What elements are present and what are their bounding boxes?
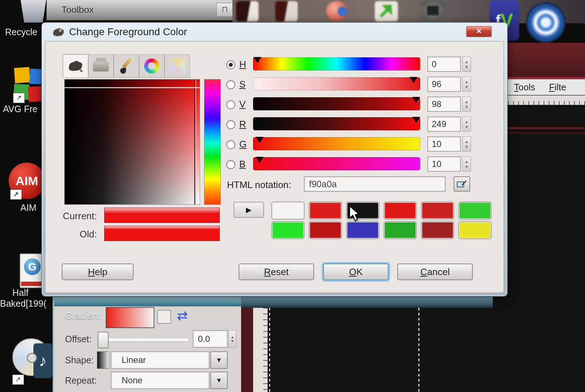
slider-marker[interactable]: [412, 117, 420, 123]
spin-down-icon[interactable]: ▼: [231, 339, 234, 343]
gradient-edit-button[interactable]: [157, 310, 171, 324]
reset-button[interactable]: Reset: [239, 264, 314, 280]
tab-watercolor[interactable]: [114, 54, 139, 78]
half-baked-label-line1: Half: [12, 287, 28, 298]
tab-gimp-selector[interactable]: [63, 54, 88, 78]
green-spinner[interactable]: ▲▼: [462, 136, 471, 152]
html-notation-input[interactable]: f90a0a: [304, 176, 446, 192]
gradient-label: Gradient: [65, 311, 100, 321]
old-color-label: Old:: [57, 229, 97, 240]
saturation-spinner[interactable]: ▲▼: [462, 77, 471, 92]
dialog-titlebar[interactable]: Change Foreground Color ✕: [42, 23, 507, 41]
green-radio[interactable]: [226, 140, 235, 149]
aim-icon[interactable]: AIM ↗: [9, 163, 45, 199]
spin-down-icon[interactable]: ▼: [465, 85, 468, 89]
saturation-value-field[interactable]: 96: [427, 77, 461, 92]
blue-spinner[interactable]: ▲▼: [462, 156, 471, 172]
menu-tools[interactable]: Tools: [514, 82, 535, 93]
offset-slider-handle[interactable]: [98, 332, 109, 348]
spin-up-icon[interactable]: ▲: [231, 335, 234, 339]
red-radio[interactable]: [226, 120, 235, 129]
color-picker-button[interactable]: [454, 176, 470, 192]
avg-free-icon[interactable]: ↗: [14, 68, 45, 102]
hue-value-field[interactable]: 0: [427, 57, 461, 72]
history-swatch[interactable]: [421, 202, 454, 219]
blue-slider[interactable]: [253, 157, 420, 170]
hue-spinner[interactable]: ▲▼: [462, 57, 471, 72]
history-swatch[interactable]: [272, 221, 304, 239]
hue-strip[interactable]: [204, 79, 221, 205]
history-swatch[interactable]: [421, 221, 454, 239]
spin-down-icon[interactable]: ▼: [465, 125, 468, 129]
slider-marker[interactable]: [256, 157, 264, 163]
spin-up-icon[interactable]: ▲: [465, 80, 468, 84]
history-swatch[interactable]: [459, 202, 491, 219]
green-slider-row: G 10 ▲▼: [226, 136, 484, 152]
dock-app-icon[interactable]: [275, 1, 298, 21]
recycle-bin-icon[interactable]: [19, 0, 48, 23]
toolbox-titlebar-button[interactable]: ⊓: [216, 3, 233, 17]
offset-spinner[interactable]: ▲▼: [228, 330, 236, 348]
slider-marker[interactable]: [256, 137, 264, 143]
spin-down-icon[interactable]: ▼: [465, 105, 468, 109]
eye-app-icon[interactable]: [526, 2, 566, 43]
music-app-icon[interactable]: ♪ ↗: [12, 336, 52, 385]
dock-app-icon[interactable]: [236, 1, 259, 21]
gradient-reverse-icon[interactable]: ⇄: [174, 308, 191, 324]
spin-up-icon[interactable]: ▲: [465, 100, 468, 104]
toolbox-titlebar[interactable]: Toolbox ⊓: [46, 0, 239, 20]
green-value-field[interactable]: 10: [427, 136, 461, 152]
gradient-preview[interactable]: [106, 307, 154, 328]
slider-marker[interactable]: [253, 57, 261, 63]
saturation-slider[interactable]: [253, 77, 420, 90]
shape-dropdown[interactable]: Linear: [111, 351, 210, 369]
spin-up-icon[interactable]: ▲: [465, 160, 468, 164]
shape-dropdown-button[interactable]: ▼: [210, 351, 228, 369]
printer-icon: [93, 61, 109, 72]
value-value-field[interactable]: 98: [427, 97, 461, 112]
saturation-value-square[interactable]: [64, 79, 200, 205]
blue-value-field[interactable]: 10: [427, 156, 461, 172]
history-swatch[interactable]: [309, 221, 342, 239]
repeat-dropdown[interactable]: None: [111, 372, 210, 389]
ok-button[interactable]: OK: [323, 264, 389, 280]
history-swatch[interactable]: [309, 202, 342, 219]
offset-slider-track[interactable]: [97, 338, 189, 342]
help-button[interactable]: Help: [62, 264, 134, 280]
spin-down-icon[interactable]: ▼: [465, 145, 468, 149]
history-swatch[interactable]: [459, 221, 491, 239]
tab-cmyk-printer[interactable]: [88, 54, 114, 78]
red-value-field[interactable]: 249: [427, 117, 461, 132]
slider-marker[interactable]: [412, 97, 420, 103]
offset-value-field[interactable]: 0.0: [193, 330, 228, 348]
history-swatch[interactable]: [346, 221, 379, 239]
blue-radio[interactable]: [226, 160, 235, 169]
green-slider[interactable]: [253, 137, 420, 150]
avg-yellow-square: [14, 67, 31, 83]
cancel-button[interactable]: Cancel: [397, 264, 473, 280]
red-slider[interactable]: [253, 117, 420, 130]
vertical-ruler: [253, 308, 268, 392]
spin-up-icon[interactable]: ▲: [465, 140, 468, 144]
swatch-menu-button[interactable]: ▶: [233, 202, 264, 218]
saturation-radio[interactable]: [226, 80, 235, 89]
value-spinner[interactable]: ▲▼: [462, 97, 471, 112]
history-swatch[interactable]: [384, 202, 417, 219]
hue-slider[interactable]: [253, 57, 420, 70]
hue-radio[interactable]: [226, 60, 235, 69]
tab-palette[interactable]: [164, 54, 190, 78]
value-slider[interactable]: [253, 97, 420, 110]
history-swatch[interactable]: [384, 221, 417, 239]
tab-color-wheel[interactable]: [139, 54, 164, 78]
menu-filters[interactable]: Filte: [549, 82, 566, 93]
slider-marker[interactable]: [410, 77, 418, 83]
spin-down-icon[interactable]: ▼: [465, 65, 468, 69]
value-radio[interactable]: [226, 100, 235, 109]
history-swatch[interactable]: [272, 202, 304, 219]
spin-down-icon[interactable]: ▼: [465, 165, 468, 169]
repeat-dropdown-button[interactable]: ▼: [210, 372, 228, 389]
close-button[interactable]: ✕: [466, 26, 492, 37]
spin-up-icon[interactable]: ▲: [465, 120, 468, 124]
spin-up-icon[interactable]: ▲: [465, 60, 468, 64]
red-spinner[interactable]: ▲▼: [462, 117, 471, 132]
